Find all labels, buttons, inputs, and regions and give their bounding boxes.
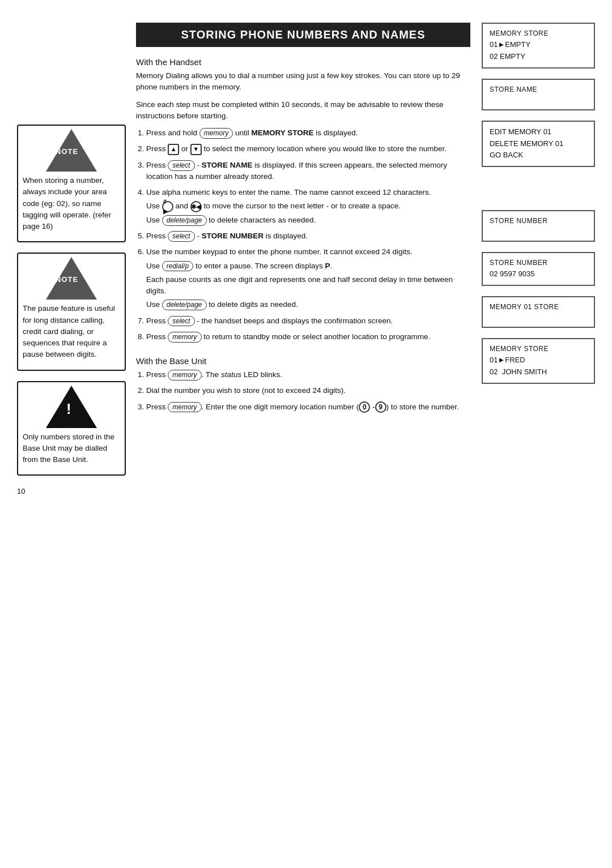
exclaim-triangle-shape: !	[46, 386, 97, 428]
lcd-screen-5: STORE NUMBER 02 9597 9035	[482, 252, 595, 286]
lcd-screen-6: MEMORY 01 STORE	[482, 296, 595, 328]
note-box-2: NOTE The pause feature is useful for lon…	[17, 253, 126, 370]
step-5: Press select - STORE NUMBER is displayed…	[146, 230, 470, 242]
base-step-3: Press memory. Enter the one digit memory…	[146, 401, 470, 413]
step-6-sub2: Each pause counts as one digit and repre…	[146, 274, 470, 297]
status-italic: status	[221, 370, 241, 379]
lcd6-line1: MEMORY 01 STORE	[490, 302, 587, 313]
lcd5-line2: 02 9597 9035	[490, 268, 587, 280]
step-4-sub1: Use # ▶ and ✱◀ to move the cursor to the…	[146, 200, 470, 212]
handset-heading: With the Handset	[136, 57, 470, 67]
note-text-3: Only numbers stored in the Base Unit may…	[23, 431, 120, 466]
step-6-sub3: Use delete/page to delete digits as need…	[146, 299, 470, 310]
lcd3-line3: GO BACK	[490, 149, 587, 161]
p-label: P	[325, 262, 330, 270]
lcd5-line1: STORE NUMBER	[490, 258, 587, 268]
select-key-1: select	[168, 160, 194, 171]
up-key: ▲	[168, 144, 179, 155]
lcd3-line1: EDIT MEMORY 01	[490, 126, 587, 138]
step-1: Press and hold memory until MEMORY STORE…	[146, 127, 470, 139]
redial-key: redial/p	[162, 261, 193, 272]
delete-page-key-1: delete/page	[162, 215, 207, 226]
base-step-2: Dial the number you wish to store (not t…	[146, 385, 470, 396]
lcd-screen-7: MEMORY STORE 01►FRED 02 JOHN SMITH	[482, 338, 595, 384]
memory-key-base-1: memory	[168, 370, 201, 380]
lcd4-line1: STORE NUMBER	[490, 216, 587, 226]
step-4-sub2: Use delete/page to delete characters as …	[146, 215, 470, 226]
note-text-2: The pause feature is useful for long dis…	[23, 303, 120, 360]
base-step-1: Press memory. The status LED blinks.	[146, 369, 470, 380]
star-back-key: ✱◀	[190, 201, 202, 212]
step-3: Press select - STORE NAME is displayed. …	[146, 160, 470, 183]
lcd-screen-2: STORE NAME	[482, 79, 595, 110]
note-box-3: ! Only numbers stored in the Base Unit m…	[17, 381, 126, 476]
note-box-1: NOTE When storing a number, always inclu…	[17, 125, 126, 242]
right-col-spacer	[482, 177, 595, 200]
lcd1-line2: 01►EMPTY	[490, 39, 587, 51]
lcd7-line1: MEMORY STORE	[490, 344, 587, 354]
page-title: STORING PHONE NUMBERS AND NAMES	[136, 23, 470, 47]
nine-key: 9	[375, 401, 386, 413]
lcd1-line3: 02 EMPTY	[490, 51, 587, 63]
step-8: Press memory to return to standby mode o…	[146, 331, 470, 343]
memory-key-base-2: memory	[168, 402, 201, 413]
note-label-1: NOTE	[56, 146, 78, 157]
memory-key-2: memory	[168, 332, 201, 343]
note-triangle-1: NOTE	[23, 129, 120, 172]
note-text-1: When storing a number, always include yo…	[23, 175, 120, 232]
lcd-screen-1: MEMORY STORE 01►EMPTY 02 EMPTY	[482, 23, 595, 69]
left-column: NOTE When storing a number, always inclu…	[17, 23, 136, 495]
lcd1-line2-text: 01►EMPTY	[490, 40, 530, 49]
handset-intro-1: Memory Dialing allows you to dial a numb…	[136, 70, 470, 93]
step-2: Press ▲ or ▼ to select the memory locati…	[146, 143, 470, 155]
exclaim-triangle-wrapper: !	[23, 386, 120, 428]
lcd3-line2: DELETE MEMORY 01	[490, 138, 587, 150]
page-number: 10	[17, 487, 126, 495]
handset-intro-2: Since each step must be completed within…	[136, 99, 470, 122]
page: NOTE When storing a number, always inclu…	[17, 23, 595, 495]
handset-steps: Press and hold memory until MEMORY STORE…	[136, 127, 470, 343]
base-section: With the Base Unit Press memory. The sta…	[136, 356, 470, 413]
note-triangle-shape-2: NOTE	[46, 257, 97, 300]
step-6-sub1: Use redial/p to enter a pause. The scree…	[146, 260, 470, 272]
zero-key: 0	[359, 401, 370, 413]
main-column: STORING PHONE NUMBERS AND NAMES With the…	[136, 23, 476, 495]
step-7: Press select - the handset beeps and dis…	[146, 315, 470, 327]
lcd7-line2: 01►FRED	[490, 354, 587, 366]
note-label-2: NOTE	[56, 274, 78, 285]
step-4: Use alpha numeric keys to enter the name…	[146, 187, 470, 226]
select-key-2: select	[168, 231, 194, 242]
exclaim-label: !	[66, 398, 71, 420]
store-number-label: STORE NUMBER	[202, 232, 264, 240]
step-6: Use the number keypad to enter the phone…	[146, 246, 470, 310]
base-steps: Press memory. The status LED blinks. Dia…	[136, 369, 470, 413]
delete-page-key-2: delete/page	[162, 300, 207, 310]
note-triangle-shape-1: NOTE	[46, 129, 97, 172]
lcd1-line1: MEMORY STORE	[490, 28, 587, 39]
select-key-3: select	[168, 316, 194, 327]
down-key: ▼	[190, 144, 202, 155]
right-column: MEMORY STORE 01►EMPTY 02 EMPTY STORE NAM…	[476, 23, 595, 495]
memory-key-1: memory	[199, 128, 233, 139]
base-heading: With the Base Unit	[136, 356, 470, 366]
store-name-label: STORE NAME	[202, 161, 253, 169]
lcd-screen-4: STORE NUMBER	[482, 210, 595, 242]
lcd-screen-3: EDIT MEMORY 01 DELETE MEMORY 01 GO BACK	[482, 121, 595, 167]
memory-store-label: MEMORY STORE	[251, 129, 313, 137]
lcd7-line3: 02 JOHN SMITH	[490, 366, 587, 378]
hash-forward-key: # ▶	[162, 201, 173, 212]
lcd2-line1: STORE NAME	[490, 84, 587, 95]
note-triangle-2: NOTE	[23, 257, 120, 300]
